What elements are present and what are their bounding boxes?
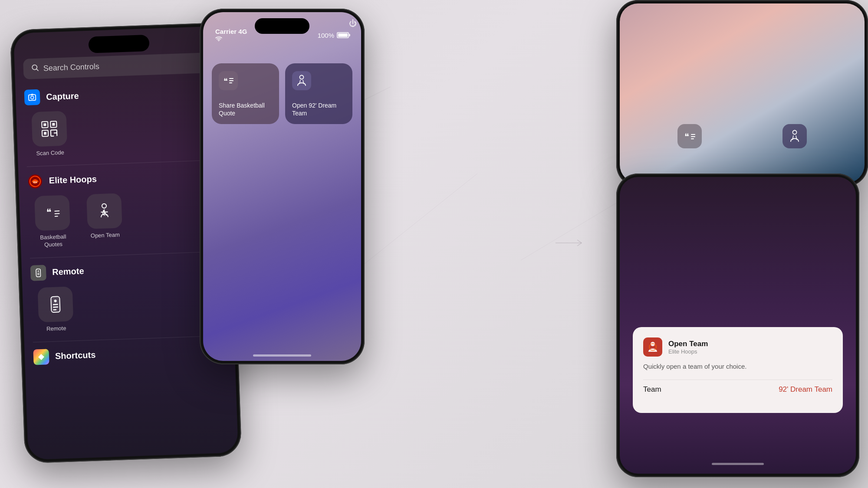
phone-right-top-screen: ❝ — [620, 3, 865, 183]
battery-percent: 100% — [318, 32, 334, 39]
svg-rect-12 — [52, 123, 55, 126]
basketball-quotes-item[interactable]: ❝ BasketballQuotes — [28, 195, 77, 249]
wifi-icon — [215, 36, 247, 43]
phone-right-top: ❝ — [616, 0, 868, 187]
svg-line-5 — [36, 69, 38, 71]
elite-hoops-icon: EH — [27, 173, 43, 189]
remote-btn[interactable] — [37, 286, 73, 322]
remote-icon — [30, 265, 46, 281]
home-indicator-center — [253, 354, 311, 357]
shortcuts-section-header: Shortcuts — [33, 343, 226, 365]
svg-point-52 — [793, 131, 797, 134]
search-bar[interactable]: Search Controls — [23, 52, 216, 79]
rt-team-icon-btn[interactable] — [783, 124, 807, 148]
basketball-quotes-label: BasketballQuotes — [40, 233, 66, 249]
team-shortcut-icon — [292, 71, 311, 90]
svg-rect-38 — [53, 306, 58, 308]
popup-description: Quickly open a team of your choice. — [643, 362, 832, 371]
quote-shortcut-icon: ❝ — [219, 71, 238, 90]
search-icon — [31, 64, 39, 74]
scan-code-item[interactable]: Scan Code — [25, 111, 74, 158]
carrier-text: Carrier 4G — [215, 28, 247, 35]
right-top-content: ❝ — [620, 3, 865, 183]
svg-point-28 — [102, 203, 106, 208]
open-team-popup: Open Team Elite Hoops Quickly open a tea… — [633, 327, 843, 413]
phone-center: + ⏻ Carrier 4G 1 — [200, 9, 365, 364]
lock-screen-content: Carrier 4G 100% — [203, 12, 361, 361]
shortcuts-icon — [33, 349, 49, 365]
open-team-item[interactable]: Open Team — [80, 193, 129, 248]
shortcuts-area: ❝ Share Basketball Quote — [203, 46, 361, 354]
elite-hoops-section-header: EH Elite Hoops — [27, 167, 220, 189]
svg-line-53 — [792, 136, 793, 140]
svg-rect-8 — [31, 94, 33, 95]
basketball-quotes-btn[interactable]: ❝ — [34, 195, 70, 231]
rt-shortcut-icons: ❝ — [620, 124, 865, 148]
scan-code-btn[interactable] — [31, 111, 67, 147]
popup-app-subtitle: Elite Hoops — [668, 348, 708, 355]
svg-rect-14 — [44, 132, 46, 134]
open-team-btn[interactable] — [86, 193, 122, 229]
capture-section-header: Capture — [24, 83, 217, 105]
popup-app-name: Open Team — [668, 340, 708, 348]
svg-rect-37 — [53, 304, 58, 305]
svg-line-54 — [796, 136, 797, 140]
open-92-dream-team-card[interactable]: Open 92' Dream Team — [285, 63, 352, 124]
svg-rect-6 — [29, 95, 36, 101]
phone-center-screen: + ⏻ Carrier 4G 1 — [203, 12, 361, 361]
capture-controls: Scan Code — [25, 105, 219, 157]
svg-rect-34 — [37, 274, 39, 275]
home-indicator-right-bottom — [712, 463, 764, 465]
svg-point-40 — [218, 41, 219, 42]
battery-icon — [337, 32, 349, 38]
svg-rect-39 — [53, 309, 56, 310]
svg-text:EH: EH — [33, 181, 37, 183]
scan-code-label: Scan Code — [36, 149, 64, 157]
open-92-dream-team-title: Open 92' Dream Team — [292, 102, 345, 117]
svg-rect-10 — [43, 123, 46, 126]
status-left: Carrier 4G — [215, 28, 247, 43]
dynamic-island-center — [255, 18, 309, 34]
remote-section-header: Remote — [30, 259, 224, 281]
phone-right-bottom: Open Team Elite Hoops Quickly open a tea… — [616, 174, 859, 477]
svg-point-32 — [38, 270, 39, 272]
capture-title: Capture — [46, 91, 79, 102]
share-basketball-quote-card[interactable]: ❝ Share Basketball Quote — [212, 63, 279, 124]
search-placeholder: Search Controls — [43, 62, 99, 73]
popup-field: Team 92' Dream Team — [643, 380, 832, 399]
share-basketball-quote-title: Share Basketball Quote — [219, 102, 272, 117]
dynamic-island-left — [88, 35, 149, 53]
shortcuts-title: Shortcuts — [55, 350, 96, 361]
elite-hoops-title: Elite Hoops — [49, 174, 97, 186]
divider-1 — [27, 160, 220, 167]
popup-field-label: Team — [643, 385, 661, 394]
phone-right-bottom-screen: Open Team Elite Hoops Quickly open a tea… — [620, 177, 856, 474]
battery-fill — [338, 33, 348, 37]
shortcuts-row: ❝ Share Basketball Quote — [212, 63, 352, 124]
svg-text:❝: ❝ — [224, 77, 228, 85]
open-team-label: Open Team — [91, 231, 120, 239]
popup-field-value: 92' Dream Team — [779, 385, 832, 394]
popup-title-area: Open Team Elite Hoops — [668, 340, 708, 355]
rt-quote-icon-btn[interactable]: ❝ — [677, 124, 702, 148]
divider-3 — [33, 335, 226, 342]
svg-point-7 — [31, 96, 34, 99]
remote-title: Remote — [52, 266, 84, 278]
popup-header: Open Team Elite Hoops — [643, 337, 832, 357]
svg-text:❝: ❝ — [684, 132, 689, 141]
elite-hoops-controls: ❝ BasketballQuotes — [28, 190, 222, 249]
remote-item[interactable]: Remote — [31, 286, 80, 334]
divider-2 — [30, 251, 223, 258]
popup-app-icon — [643, 337, 662, 357]
status-right: 100% — [318, 32, 349, 39]
remote-controls: Remote — [31, 281, 225, 333]
svg-text:❝: ❝ — [46, 207, 52, 218]
capture-icon — [24, 89, 40, 105]
svg-point-45 — [300, 75, 304, 79]
remote-label: Remote — [46, 325, 66, 333]
svg-rect-33 — [37, 273, 39, 274]
